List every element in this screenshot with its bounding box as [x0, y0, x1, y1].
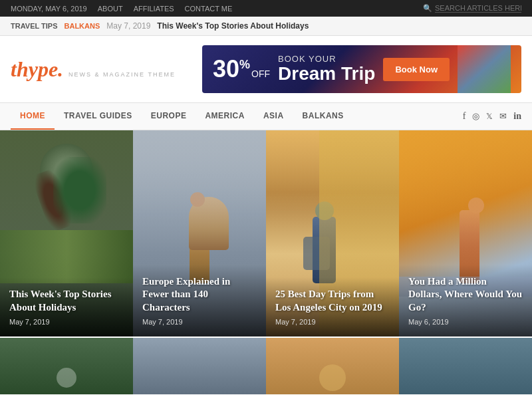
top-bar: MONDAY, MAY 6, 2019 ABOUT AFFILIATES CON… [0, 0, 532, 17]
email-icon[interactable]: ✉ [499, 111, 507, 122]
nav-bar: HOME TRAVEL GUIDES EUROPE AMERICA ASIA B… [0, 102, 532, 130]
ticker-title: This Week's Top Stories About Holidays [157, 21, 309, 31]
card-4-title: You Had a Million Dollars, Where Would Y… [408, 275, 523, 315]
nav-home[interactable]: HOME [11, 103, 55, 130]
thumb-1[interactable] [0, 338, 133, 394]
social-links: f ◎ 𝕏 ✉ in [463, 111, 521, 122]
logo-area: thype. NEWS & MAGAZINE THEME [11, 57, 176, 82]
linkedin-icon[interactable]: in [513, 111, 521, 122]
instagram-icon[interactable]: ◎ [472, 111, 479, 122]
card-2-overlay: Europe Explained in Fewer than 140 Chara… [133, 265, 266, 337]
nav-europe[interactable]: EUROPE [142, 103, 196, 130]
card-4-overlay: You Had a Million Dollars, Where Would Y… [399, 265, 532, 337]
card-2-title: Europe Explained in Fewer than 140 Chara… [142, 275, 257, 315]
ad-dream-label: Dream Trip [278, 64, 375, 84]
site-header: thype. NEWS & MAGAZINE THEME 30% OFF BOO… [0, 36, 532, 102]
nav-links: HOME TRAVEL GUIDES EUROPE AMERICA ASIA B… [11, 103, 353, 130]
card-3-date: May 7, 2019 [275, 318, 390, 326]
nav-balkans[interactable]: BALKANS [293, 103, 353, 130]
ticker-bar: TRAVEL TIPS BALKANS May 7, 2019 This Wee… [0, 17, 532, 36]
ad-image [458, 45, 511, 93]
affiliates-link[interactable]: AFFILIATES [134, 5, 174, 13]
nav-travel-guides[interactable]: TRAVEL GUIDES [55, 103, 142, 130]
ticker-date: May 7, 2019 [106, 21, 150, 31]
thumb-2[interactable] [133, 338, 266, 394]
header-ad: 30% OFF BOOK YOUR Dream Trip Book Now [202, 45, 521, 93]
thumb-3[interactable] [266, 338, 399, 394]
card-4-date: May 6, 2019 [408, 318, 523, 326]
card-3-title: 25 Best Day Trips from Los Angeles City … [275, 288, 390, 314]
search-icon: 🔍 [423, 4, 432, 13]
card-4[interactable]: You Had a Million Dollars, Where Would Y… [399, 130, 532, 336]
search-area: 🔍 [423, 4, 521, 13]
site-tagline: NEWS & MAGAZINE THEME [68, 71, 176, 78]
ticker-label: TRAVEL TIPS [11, 22, 58, 30]
contact-link[interactable]: CONTACT ME [185, 5, 233, 13]
card-1[interactable]: This Week's Top Stories About Holidays M… [0, 130, 133, 336]
nav-asia[interactable]: ASIA [254, 103, 293, 130]
site-logo[interactable]: thype. [11, 57, 63, 82]
ad-off-label: OFF [251, 68, 270, 79]
card-3[interactable]: 25 Best Day Trips from Los Angeles City … [266, 130, 399, 336]
ad-text: BOOK YOUR Dream Trip [278, 54, 375, 84]
ad-book-label: BOOK YOUR [278, 54, 375, 64]
card-2-date: May 7, 2019 [142, 318, 257, 326]
thumb-4[interactable] [399, 338, 532, 394]
ad-banner[interactable]: 30% OFF BOOK YOUR Dream Trip Book Now [202, 45, 521, 93]
twitter-icon[interactable]: 𝕏 [486, 112, 493, 122]
card-1-overlay: This Week's Top Stories About Holidays M… [0, 277, 133, 336]
card-2[interactable]: Europe Explained in Fewer than 140 Chara… [133, 130, 266, 336]
ad-discount: 30% [213, 57, 250, 81]
card-3-overlay: 25 Best Day Trips from Los Angeles City … [266, 277, 399, 336]
main-grid: This Week's Top Stories About Holidays M… [0, 130, 532, 336]
date-label: MONDAY, MAY 6, 2019 [11, 5, 87, 13]
about-link[interactable]: ABOUT [98, 5, 123, 13]
bottom-thumbnails [0, 338, 532, 394]
search-input[interactable] [435, 4, 521, 13]
ticker-tag[interactable]: BALKANS [65, 22, 100, 30]
card-1-title: This Week's Top Stories About Holidays [9, 288, 124, 314]
facebook-icon[interactable]: f [463, 111, 466, 122]
top-bar-left: MONDAY, MAY 6, 2019 ABOUT AFFILIATES CON… [11, 5, 232, 13]
card-1-date: May 7, 2019 [9, 318, 124, 326]
nav-america[interactable]: AMERICA [196, 103, 254, 130]
ad-book-button[interactable]: Book Now [383, 58, 450, 81]
